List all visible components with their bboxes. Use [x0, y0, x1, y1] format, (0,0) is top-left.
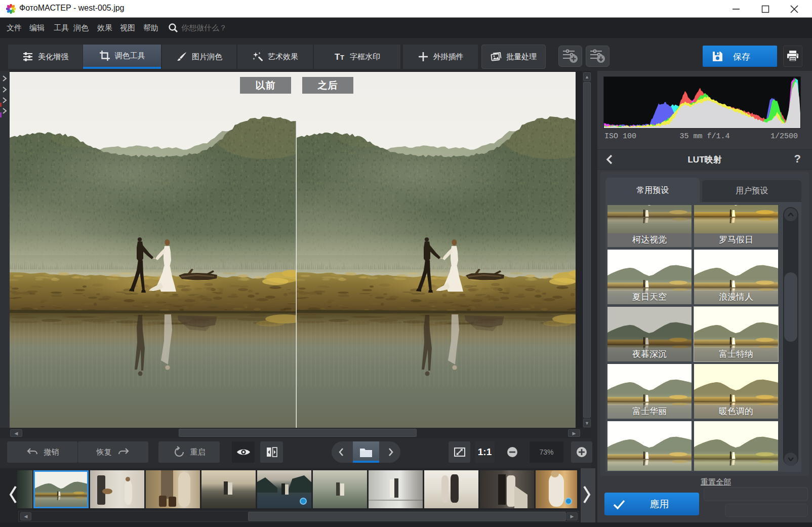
svg-text:T: T	[340, 54, 344, 61]
svg-text:T: T	[335, 52, 340, 62]
